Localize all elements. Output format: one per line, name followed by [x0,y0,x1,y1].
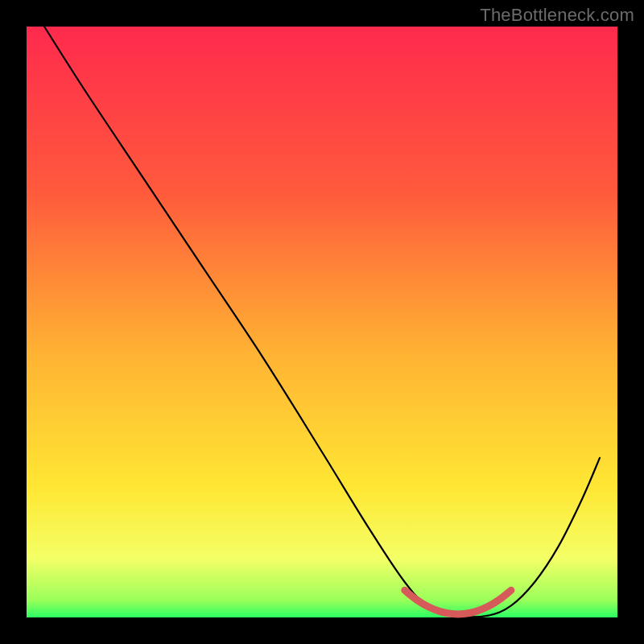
bottleneck-chart [0,0,644,644]
watermark-text: TheBottleneck.com [480,5,634,26]
plot-area [27,27,617,617]
